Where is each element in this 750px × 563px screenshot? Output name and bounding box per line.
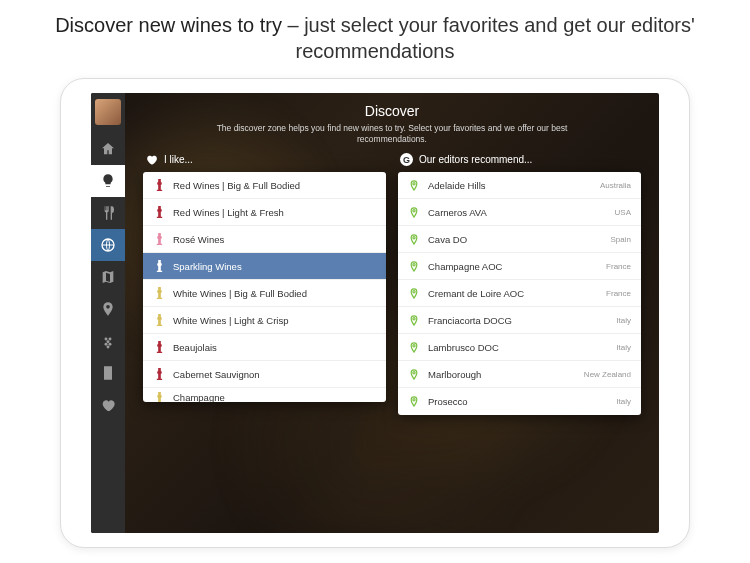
list-item-label: Marlborough: [428, 369, 584, 380]
nav-discover-icon[interactable]: [91, 165, 125, 197]
list-item[interactable]: Lambrusco DOCItaly: [398, 334, 641, 361]
nav-map-icon[interactable]: [91, 261, 125, 293]
list-item-label: Rosé Wines: [173, 234, 376, 245]
list-item-label: Lambrusco DOC: [428, 342, 616, 353]
list-item-label: Red Wines | Light & Fresh: [173, 207, 376, 218]
svg-point-3: [107, 340, 110, 343]
recommend-header-label: Our editors recommend...: [419, 154, 532, 165]
svg-point-2: [109, 338, 112, 341]
list-item[interactable]: White Wines | Big & Full Bodied: [143, 280, 386, 307]
list-item-label: Cremant de Loire AOC: [428, 288, 606, 299]
wine-icon: [153, 233, 165, 245]
wine-icon: [153, 206, 165, 218]
list-item-label: Prosecco: [428, 396, 616, 407]
list-item-label: Champagne: [173, 392, 376, 402]
promo-strong: Discover new wines to try: [55, 14, 282, 36]
list-item-country: Spain: [611, 235, 631, 244]
nav-notes-icon[interactable]: [91, 357, 125, 389]
list-item[interactable]: Beaujolais: [143, 334, 386, 361]
wine-icon: [153, 260, 165, 272]
list-item-label: Champagne AOC: [428, 261, 606, 272]
svg-point-7: [413, 182, 415, 184]
nav-favorites-icon[interactable]: [91, 389, 125, 421]
promo-rest: – just select your favorites and get our…: [282, 14, 695, 62]
list-item[interactable]: Franciacorta DOCGItaly: [398, 307, 641, 334]
likes-panel: Red Wines | Big & Full BodiedRed Wines |…: [143, 172, 386, 402]
list-item[interactable]: ProseccoItaly: [398, 388, 641, 415]
list-item-label: Beaujolais: [173, 342, 376, 353]
svg-point-9: [413, 236, 415, 238]
list-item[interactable]: Rosé Wines: [143, 226, 386, 253]
list-item[interactable]: Champagne: [143, 388, 386, 402]
list-item[interactable]: Carneros AVAUSA: [398, 199, 641, 226]
sidebar-nav: [91, 93, 125, 533]
likes-header-label: I like...: [164, 154, 193, 165]
list-item-label: Adelaide Hills: [428, 180, 600, 191]
list-item-country: New Zealand: [584, 370, 631, 379]
list-item-label: Cava DO: [428, 234, 611, 245]
heart-icon: [145, 153, 158, 166]
content-area: Discover The discover zone helps you fin…: [125, 93, 659, 533]
recommend-column: G Our editors recommend... Adelaide Hill…: [398, 153, 641, 415]
likes-header: I like...: [143, 153, 386, 166]
wine-icon: [153, 368, 165, 380]
list-item[interactable]: Red Wines | Light & Fresh: [143, 199, 386, 226]
list-item[interactable]: Cava DOSpain: [398, 226, 641, 253]
svg-point-14: [413, 371, 415, 373]
editor-badge-icon: G: [400, 153, 413, 166]
wine-icon: [153, 179, 165, 191]
recommend-panel: Adelaide HillsAustraliaCarneros AVAUSACa…: [398, 172, 641, 415]
list-item[interactable]: Cremant de Loire AOCFrance: [398, 280, 641, 307]
svg-point-12: [413, 317, 415, 319]
svg-point-5: [109, 343, 112, 346]
wine-icon: [153, 287, 165, 299]
list-item-country: Australia: [600, 181, 631, 190]
list-item-label: Franciacorta DOCG: [428, 315, 616, 326]
list-item-country: Italy: [616, 343, 631, 352]
location-pin-icon: [408, 261, 420, 272]
list-item-label: Cabernet Sauvignon: [173, 369, 376, 380]
list-item-country: France: [606, 289, 631, 298]
list-item[interactable]: Cabernet Sauvignon: [143, 361, 386, 388]
svg-point-6: [107, 346, 110, 349]
list-item-country: Italy: [616, 397, 631, 406]
svg-point-1: [105, 338, 108, 341]
nav-home-icon[interactable]: [91, 133, 125, 165]
list-item[interactable]: White Wines | Light & Crisp: [143, 307, 386, 334]
list-item[interactable]: Red Wines | Big & Full Bodied: [143, 172, 386, 199]
list-item[interactable]: Adelaide HillsAustralia: [398, 172, 641, 199]
svg-point-8: [413, 209, 415, 211]
list-item[interactable]: Champagne AOCFrance: [398, 253, 641, 280]
list-item-label: Carneros AVA: [428, 207, 615, 218]
nav-grapes-icon[interactable]: [91, 325, 125, 357]
list-item-label: Red Wines | Big & Full Bodied: [173, 180, 376, 191]
location-pin-icon: [408, 396, 420, 407]
location-pin-icon: [408, 288, 420, 299]
list-item-label: Sparkling Wines: [173, 261, 376, 272]
nav-location-icon[interactable]: [91, 293, 125, 325]
svg-point-15: [413, 399, 415, 401]
svg-point-11: [413, 290, 415, 292]
list-item[interactable]: MarlboroughNew Zealand: [398, 361, 641, 388]
avatar[interactable]: [95, 99, 121, 125]
list-item-label: White Wines | Big & Full Bodied: [173, 288, 376, 299]
svg-point-10: [413, 263, 415, 265]
list-item-country: Italy: [616, 316, 631, 325]
promo-headline: Discover new wines to try – just select …: [0, 0, 750, 72]
location-pin-icon: [408, 207, 420, 218]
wine-icon: [153, 341, 165, 353]
wine-icon: [153, 392, 165, 402]
wine-icon: [153, 314, 165, 326]
page-title: Discover: [143, 103, 641, 119]
svg-point-4: [105, 343, 108, 346]
location-pin-icon: [408, 315, 420, 326]
recommend-header: G Our editors recommend...: [398, 153, 641, 166]
location-pin-icon: [408, 234, 420, 245]
list-item[interactable]: Sparkling Wines: [143, 253, 386, 280]
tablet-frame: Discover The discover zone helps you fin…: [60, 78, 690, 548]
nav-globe-icon[interactable]: [91, 229, 125, 261]
nav-food-icon[interactable]: [91, 197, 125, 229]
list-item-country: USA: [615, 208, 631, 217]
location-pin-icon: [408, 180, 420, 191]
location-pin-icon: [408, 342, 420, 353]
